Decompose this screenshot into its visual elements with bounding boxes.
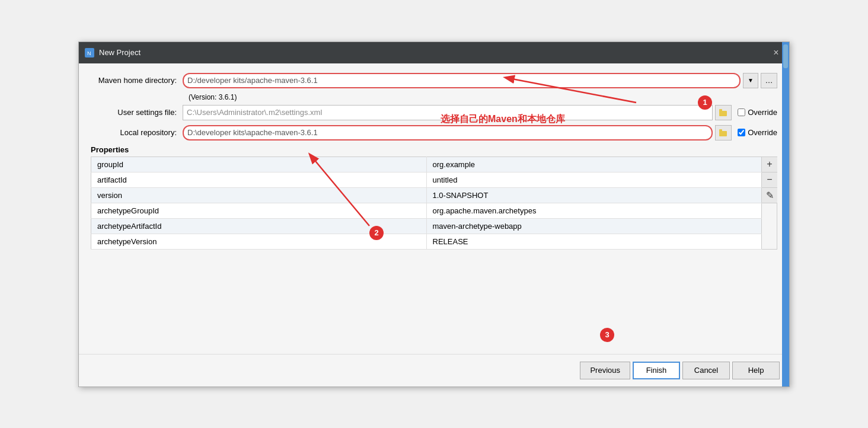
- table-row[interactable]: artifactIduntitled: [91, 172, 762, 187]
- override2-wrap: Override: [738, 128, 777, 137]
- title-bar: N New Project ×: [79, 42, 789, 63]
- empty-area: [91, 250, 777, 344]
- property-value: org.apache.maven.archetypes: [426, 203, 762, 218]
- property-value: org.example: [426, 156, 762, 172]
- scrollbar-thumb[interactable]: [783, 44, 788, 68]
- local-repo-row: Local repository: Override: [91, 125, 777, 140]
- property-value: RELEASE: [426, 234, 762, 249]
- local-repo-input-wrap: Override: [183, 125, 777, 140]
- override1-wrap: Override: [738, 108, 777, 117]
- svg-rect-6: [719, 129, 722, 132]
- local-repo-label: Local repository:: [91, 128, 183, 137]
- property-value: maven-archetype-webapp: [426, 218, 762, 234]
- table-actions: + − ✎: [762, 156, 777, 250]
- table-row[interactable]: version1.0-SNAPSHOT: [91, 187, 762, 203]
- finish-button[interactable]: Finish: [633, 362, 680, 379]
- property-value: untitled: [426, 172, 762, 187]
- svg-text:N: N: [87, 50, 91, 56]
- dialog-footer: Previous Finish Cancel Help: [79, 354, 789, 387]
- add-property-btn[interactable]: +: [762, 157, 777, 173]
- maven-home-input[interactable]: [183, 73, 741, 88]
- property-key: version: [91, 187, 427, 203]
- property-key: archetypeGroupId: [91, 203, 427, 218]
- help-button[interactable]: Help: [732, 362, 780, 379]
- cancel-button[interactable]: Cancel: [682, 362, 730, 379]
- properties-label: Properties: [91, 145, 777, 154]
- properties-table: groupIdorg.exampleartifactIduntitledvers…: [91, 156, 762, 250]
- properties-table-wrap: groupIdorg.exampleartifactIduntitledvers…: [91, 156, 777, 250]
- property-key: archetypeArtifactId: [91, 218, 427, 234]
- user-settings-input[interactable]: [183, 105, 713, 120]
- user-settings-folder-btn[interactable]: [715, 105, 732, 120]
- user-settings-label: User settings file:: [91, 108, 183, 117]
- dialog-title: New Project: [99, 48, 141, 57]
- property-key: artifactId: [91, 172, 427, 187]
- version-text: (Version: 3.6.1): [189, 93, 777, 101]
- maven-home-dropdown-btn[interactable]: ▼: [743, 73, 758, 88]
- remove-property-btn[interactable]: −: [762, 173, 777, 188]
- override1-checkbox[interactable]: [738, 108, 745, 116]
- local-repo-input[interactable]: [183, 125, 713, 140]
- edit-property-btn[interactable]: ✎: [762, 188, 777, 203]
- property-key: archetypeVersion: [91, 234, 427, 249]
- dialog-content: Maven home directory: ▼ … (Version: 3.6.…: [79, 63, 789, 354]
- scrollbar[interactable]: [782, 42, 789, 387]
- override2-label: Override: [748, 128, 777, 137]
- maven-home-label: Maven home directory:: [91, 76, 183, 85]
- svg-rect-4: [719, 109, 722, 111]
- override2-checkbox[interactable]: [738, 129, 745, 136]
- user-settings-row: User settings file: Override: [91, 105, 777, 120]
- table-row[interactable]: archetypeArtifactIdmaven-archetype-webap…: [91, 218, 762, 234]
- table-row[interactable]: groupIdorg.example: [91, 156, 762, 172]
- new-project-dialog: N New Project × Maven home directory: ▼ …: [78, 41, 790, 387]
- app-icon: N: [85, 48, 94, 58]
- maven-home-folder-btn[interactable]: …: [761, 73, 777, 88]
- table-row[interactable]: archetypeVersionRELEASE: [91, 234, 762, 249]
- table-row[interactable]: archetypeGroupIdorg.apache.maven.archety…: [91, 203, 762, 218]
- property-key: groupId: [91, 156, 427, 172]
- override1-label: Override: [748, 108, 777, 117]
- maven-home-input-wrap: ▼ …: [183, 73, 777, 88]
- title-bar-left: N New Project: [85, 48, 141, 58]
- previous-button[interactable]: Previous: [580, 362, 630, 379]
- close-button[interactable]: ×: [769, 46, 783, 60]
- maven-home-row: Maven home directory: ▼ …: [91, 73, 777, 88]
- user-settings-input-wrap: Override: [183, 105, 777, 120]
- svg-rect-5: [719, 131, 727, 136]
- property-value: 1.0-SNAPSHOT: [426, 187, 762, 203]
- local-repo-folder-btn[interactable]: [715, 125, 732, 140]
